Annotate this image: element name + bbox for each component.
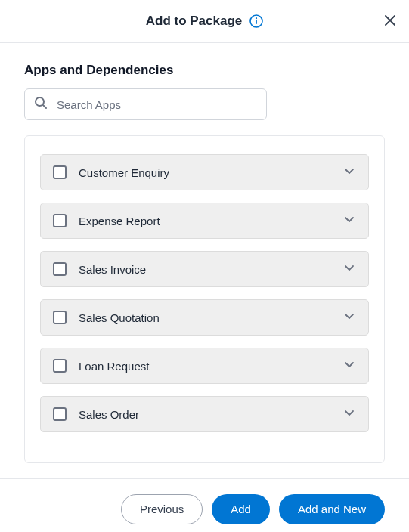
- search-input[interactable]: [57, 98, 257, 111]
- chevron-down-icon[interactable]: [342, 212, 356, 229]
- app-label: Expense Report: [79, 215, 330, 227]
- app-checkbox[interactable]: [53, 262, 67, 276]
- app-row[interactable]: Sales Quotation: [40, 299, 369, 336]
- app-checkbox[interactable]: [53, 214, 67, 227]
- modal-title-wrapper: Add to Package: [146, 14, 264, 29]
- app-label: Sales Quotation: [79, 311, 330, 324]
- chevron-down-icon[interactable]: [342, 164, 356, 181]
- close-icon: [385, 14, 395, 29]
- svg-rect-2: [256, 20, 257, 25]
- app-checkbox[interactable]: [53, 165, 67, 179]
- app-label: Sales Invoice: [79, 263, 330, 276]
- app-checkbox[interactable]: [53, 407, 67, 421]
- search-box[interactable]: [24, 88, 267, 120]
- add-and-new-button[interactable]: Add and New: [279, 494, 385, 524]
- app-row[interactable]: Customer Enquiry: [40, 154, 369, 190]
- chevron-down-icon[interactable]: [342, 261, 356, 277]
- modal-footer: Previous Add Add and New: [0, 478, 409, 532]
- svg-point-1: [256, 17, 257, 19]
- app-label: Loan Request: [79, 360, 330, 373]
- chevron-down-icon[interactable]: [342, 309, 356, 326]
- modal-header: Add to Package: [0, 0, 409, 43]
- app-row[interactable]: Sales Order: [40, 396, 369, 432]
- close-button[interactable]: [382, 11, 398, 31]
- app-checkbox[interactable]: [53, 359, 67, 373]
- app-label: Customer Enquiry: [79, 166, 330, 179]
- modal-content: Apps and Dependencies Customer Enquiry E…: [0, 43, 409, 463]
- app-row[interactable]: Expense Report: [40, 203, 369, 239]
- chevron-down-icon[interactable]: [342, 357, 356, 374]
- add-button[interactable]: Add: [212, 494, 270, 524]
- section-title: Apps and Dependencies: [24, 63, 385, 78]
- modal-title: Add to Package: [146, 14, 243, 29]
- app-row[interactable]: Loan Request: [40, 348, 369, 384]
- chevron-down-icon[interactable]: [342, 406, 356, 422]
- previous-button[interactable]: Previous: [121, 494, 203, 524]
- app-checkbox[interactable]: [53, 311, 67, 324]
- apps-list-container: Customer Enquiry Expense Report Sales In…: [24, 135, 385, 463]
- app-row[interactable]: Sales Invoice: [40, 251, 369, 287]
- info-icon[interactable]: [249, 14, 263, 28]
- search-icon: [34, 96, 48, 113]
- app-label: Sales Order: [79, 408, 330, 421]
